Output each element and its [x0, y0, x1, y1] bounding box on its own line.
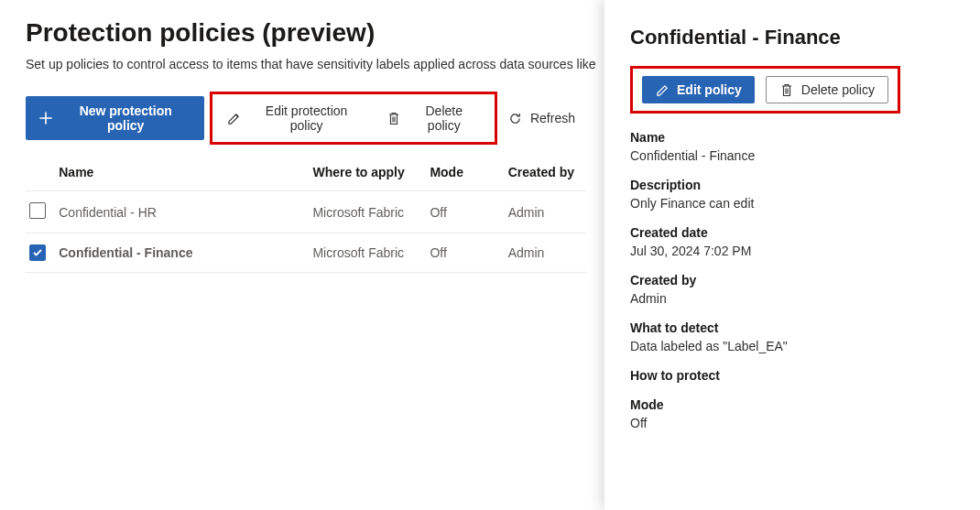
details-panel: Confidential - Finance Edit policy Delet…	[604, 0, 980, 510]
row-where: Microsoft Fabric	[312, 191, 430, 233]
new-policy-label: New protection policy	[60, 103, 191, 133]
field-label: Description	[630, 178, 954, 192]
field-label: What to detect	[630, 320, 954, 335]
table-row[interactable]: Confidential - HR Microsoft Fabric Off A…	[26, 191, 586, 233]
row-name: Confidential - HR	[59, 191, 312, 233]
field-value: Off	[630, 416, 954, 430]
row-created-by: Admin	[508, 233, 586, 273]
field-created-by: Created by Admin	[630, 273, 954, 306]
refresh-icon	[508, 111, 523, 125]
refresh-label: Refresh	[530, 111, 575, 125]
field-mode: Mode Off	[630, 397, 954, 430]
col-mode[interactable]: Mode	[430, 154, 507, 191]
row-checkbox[interactable]	[29, 244, 46, 261]
table-row[interactable]: Confidential - Finance Microsoft Fabric …	[26, 233, 586, 273]
delete-policy-button[interactable]: Delete policy	[376, 96, 491, 140]
field-value: Only Finance can edit	[630, 196, 954, 211]
page-subtitle: Set up policies to control access to ite…	[26, 57, 586, 71]
plus-icon	[38, 111, 53, 125]
col-where[interactable]: Where to apply	[312, 154, 430, 191]
field-name: Name Confidential - Finance	[630, 130, 954, 163]
row-name: Confidential - Finance	[59, 233, 312, 273]
field-description: Description Only Finance can edit	[630, 178, 954, 211]
edit-policy-button[interactable]: Edit protection policy	[216, 96, 376, 140]
col-name[interactable]: Name	[59, 154, 312, 191]
field-label: Mode	[630, 397, 954, 412]
field-value: Data labeled as "Label_EA"	[630, 339, 954, 353]
panel-delete-label: Delete policy	[801, 82, 875, 97]
new-policy-button[interactable]: New protection policy	[26, 96, 204, 140]
edit-policy-label: Edit protection policy	[248, 103, 365, 133]
panel-highlight: Edit policy Delete policy	[630, 66, 900, 114]
row-checkbox[interactable]	[29, 202, 46, 219]
panel-edit-label: Edit policy	[677, 82, 742, 97]
page-title: Protection policies (preview)	[26, 18, 586, 48]
row-mode: Off	[430, 191, 507, 233]
pencil-icon	[227, 111, 242, 125]
policies-table: Name Where to apply Mode Created by Conf…	[26, 154, 586, 273]
field-label: Created date	[630, 225, 954, 240]
field-label: Created by	[630, 273, 954, 288]
field-value: Confidential - Finance	[630, 148, 954, 163]
col-created-by[interactable]: Created by	[508, 154, 586, 191]
row-mode: Off	[430, 233, 507, 273]
pencil-icon	[655, 82, 670, 97]
field-what-to-detect: What to detect Data labeled as "Label_EA…	[630, 320, 954, 353]
trash-icon	[779, 82, 794, 97]
field-created-date: Created date Jul 30, 2024 7:02 PM	[630, 225, 954, 258]
field-label: How to protect	[630, 368, 954, 383]
panel-title: Confidential - Finance	[630, 26, 954, 49]
toolbar: New protection policy Edit protection po…	[26, 92, 586, 145]
field-how-to-protect: How to protect	[630, 368, 954, 383]
field-value: Admin	[630, 291, 954, 306]
trash-icon	[387, 111, 401, 125]
panel-delete-button[interactable]: Delete policy	[766, 76, 888, 103]
panel-edit-button[interactable]: Edit policy	[642, 76, 755, 103]
col-checkbox	[26, 154, 59, 191]
highlight-edit-delete: Edit protection policy Delete policy	[210, 92, 497, 145]
delete-policy-label: Delete policy	[408, 103, 480, 133]
field-value: Jul 30, 2024 7:02 PM	[630, 244, 954, 258]
refresh-button[interactable]: Refresh	[497, 103, 586, 133]
field-label: Name	[630, 130, 954, 145]
row-created-by: Admin	[508, 191, 586, 233]
row-where: Microsoft Fabric	[312, 233, 430, 273]
